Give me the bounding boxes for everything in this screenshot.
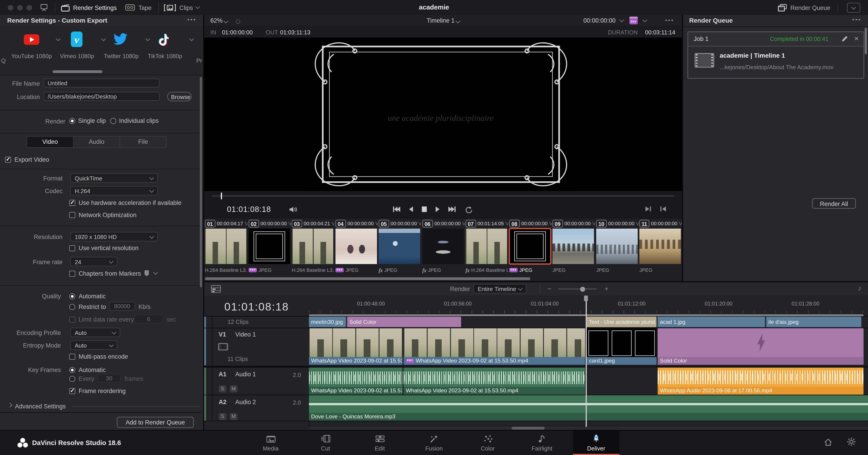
a1-solo-button[interactable]: S xyxy=(219,385,226,393)
strip-clip-08-selected[interactable]: 0800:00:00:00V1 PXYJPEG xyxy=(508,219,552,281)
track-v1-id[interactable]: V1 xyxy=(219,331,226,338)
format-dropdown[interactable]: QuickTime xyxy=(70,173,158,183)
zoom-slider[interactable] xyxy=(558,288,597,290)
clip-thumbnail[interactable] xyxy=(249,229,290,264)
page-color[interactable]: Color xyxy=(465,431,511,455)
volume-icon[interactable] xyxy=(289,206,298,213)
timeline-playhead-timecode[interactable]: 01:01:08:18 xyxy=(204,301,309,313)
timeline-clip-text-title[interactable]: Text - Une académie plurid... xyxy=(587,316,656,327)
keyframes-every-radio[interactable] xyxy=(69,376,75,382)
limit-rate-checkbox[interactable] xyxy=(69,316,75,323)
playhead-handle[interactable] xyxy=(584,296,588,301)
limit-rate-input[interactable] xyxy=(134,314,163,323)
preset-scrollbar[interactable] xyxy=(53,70,102,73)
chevron-down-icon[interactable] xyxy=(619,18,624,22)
a2-solo-button[interactable]: S xyxy=(219,413,226,420)
zoom-slider-thumb[interactable] xyxy=(580,286,585,292)
clip-thumbnail[interactable] xyxy=(553,229,594,264)
timeline-hscroll-thumb[interactable] xyxy=(512,427,545,429)
audio-timeline-icon[interactable]: ♪ xyxy=(858,284,862,293)
timeline-view-button[interactable] xyxy=(211,285,221,293)
transport-timecode[interactable]: 01:01:08:18 xyxy=(227,205,271,214)
individual-clips-radio[interactable] xyxy=(110,118,116,124)
clean-feed-button[interactable] xyxy=(39,0,48,15)
window-minimize-button[interactable] xyxy=(17,5,23,10)
strip-clip-01[interactable]: 0100:00:04:17V1 H.264 Baseline L3.1 xyxy=(204,219,247,281)
timeline-audio-whatsapp-1[interactable]: WhatsApp Video 2023-09-02 at 15.53.... xyxy=(309,367,403,395)
advanced-settings-toggle[interactable]: Advanced Settings xyxy=(15,403,66,410)
marker-color-swatch[interactable] xyxy=(145,270,149,276)
workspace-chevron-button[interactable] xyxy=(847,3,860,13)
codec-dropdown[interactable]: H.264 xyxy=(70,186,158,195)
clip-thumbnail[interactable] xyxy=(509,229,551,264)
render-mode-dropdown[interactable]: Entire Timeline xyxy=(473,284,527,294)
clip-thumbnail[interactable] xyxy=(639,229,681,264)
home-button[interactable] xyxy=(824,438,833,446)
timeline-clip-solid-color-v2[interactable]: Solid Color xyxy=(347,316,461,327)
edit-job-button[interactable] xyxy=(841,35,848,42)
strip-clip-02[interactable]: 0200:00:00:00V1 PXYJPEG xyxy=(248,219,291,281)
viewer-canvas[interactable]: une académie pluridisciplinaire xyxy=(204,37,682,191)
tab-file[interactable]: File xyxy=(120,137,166,147)
viewer-timecode[interactable]: 00:00:00:00 xyxy=(584,17,616,24)
timeline-audio-whatsapp-audio[interactable]: WhatsApp Audio 2023-09-06 at 17.00.56.mp… xyxy=(658,367,864,395)
render-queue-toggle[interactable]: Render Queue xyxy=(778,0,831,15)
restrict-radio[interactable] xyxy=(69,304,75,310)
viewer-zoom-dropdown[interactable]: 62% xyxy=(210,17,227,24)
chevron-down-icon[interactable] xyxy=(189,36,194,41)
keyframes-automatic-radio[interactable] xyxy=(69,367,75,373)
timeline-clip-acad1[interactable]: acad 1.jpg xyxy=(658,316,765,327)
track-a1-id[interactable]: A1 xyxy=(219,371,226,377)
timeline-clip-whatsapp-video-2[interactable]: PXYWhatsApp Video 2023-09-02 at 15.53.50… xyxy=(403,328,585,365)
panel-scrollbar[interactable] xyxy=(200,77,202,287)
chapters-checkbox[interactable] xyxy=(69,271,75,277)
track-a1-name[interactable]: Audio 1 xyxy=(235,371,256,377)
clip-thumbnail[interactable] xyxy=(423,229,464,264)
goto-in-icon[interactable] xyxy=(660,206,666,212)
resolution-dropdown[interactable]: 1920 x 1080 HD xyxy=(70,232,158,242)
queue-options-button[interactable]: ••• xyxy=(852,17,861,23)
timeline-hscrollbar[interactable] xyxy=(309,427,868,429)
quality-automatic-radio[interactable] xyxy=(69,293,75,299)
clip-thumbnail[interactable] xyxy=(335,229,377,264)
network-opt-checkbox[interactable] xyxy=(69,212,75,218)
chevron-down-icon[interactable] xyxy=(153,270,158,275)
restrict-value-input[interactable] xyxy=(109,302,135,310)
timeline-clip-ile-daix[interactable]: ile d'aix.jpeg xyxy=(766,316,862,327)
browse-button[interactable]: Browse xyxy=(167,92,191,101)
preset-tiktok[interactable]: TikTok 1080p xyxy=(142,31,188,59)
zoom-out-button[interactable]: − xyxy=(548,285,551,293)
preset-youtube[interactable]: YouTube 1080p xyxy=(9,31,54,59)
clips-button[interactable]: Clips xyxy=(164,0,200,15)
strip-clip-09[interactable]: 0900:00:00:00V2 JPEG xyxy=(552,219,595,281)
clip-thumbnail[interactable] xyxy=(596,229,638,264)
strip-clip-06[interactable]: 0600:00:00:00V3 fxJPEG xyxy=(422,219,465,281)
single-clip-radio[interactable] xyxy=(69,118,75,124)
window-zoom-button[interactable] xyxy=(27,5,32,10)
timeline-audio-whatsapp-2[interactable]: WhatsApp Video 2023-09-02 at 15.53.50.mp… xyxy=(403,367,585,395)
preset-partial-right[interactable]: Pr xyxy=(196,57,202,64)
frame-rate-dropdown[interactable]: 24 xyxy=(70,257,117,266)
page-cut[interactable]: Cut xyxy=(302,431,349,455)
a1-mute-button[interactable]: M xyxy=(230,385,238,393)
page-fusion[interactable]: Fusion xyxy=(411,431,457,455)
stop-button[interactable] xyxy=(421,206,428,213)
add-to-render-queue-button[interactable]: Add to Render Queue xyxy=(117,417,194,428)
timeline-audio-music[interactable]: Dove Love - Quincas Moreira.mp3 xyxy=(309,395,868,421)
timeline-playhead[interactable] xyxy=(586,296,587,427)
tab-audio[interactable]: Audio xyxy=(74,137,120,147)
track-a2-id[interactable]: A2 xyxy=(219,398,226,405)
a2-mute-button[interactable]: M xyxy=(230,413,238,420)
timeline-ruler[interactable]: 01:00:48:00 01:00:56:00 01:01:04:00 01:0… xyxy=(309,296,868,314)
viewer-scrubber[interactable] xyxy=(204,191,682,200)
keyframes-value-input[interactable] xyxy=(97,373,121,383)
track-v1-name[interactable]: Video 1 xyxy=(235,331,256,338)
strip-clip-04[interactable]: 0400:00:00:00V2 PXYJPEG xyxy=(335,219,378,281)
out-value[interactable]: 01:03:11:13 xyxy=(280,29,311,35)
remove-job-button[interactable]: × xyxy=(855,34,859,43)
proxy-badge[interactable]: PXY xyxy=(629,17,638,24)
render-job-card[interactable]: Job 1 Completed in 00:00:41 × academie |… xyxy=(687,32,864,79)
location-input[interactable] xyxy=(44,92,159,101)
panel-options-button[interactable]: ••• xyxy=(187,17,196,23)
page-media[interactable]: Media xyxy=(247,431,294,455)
